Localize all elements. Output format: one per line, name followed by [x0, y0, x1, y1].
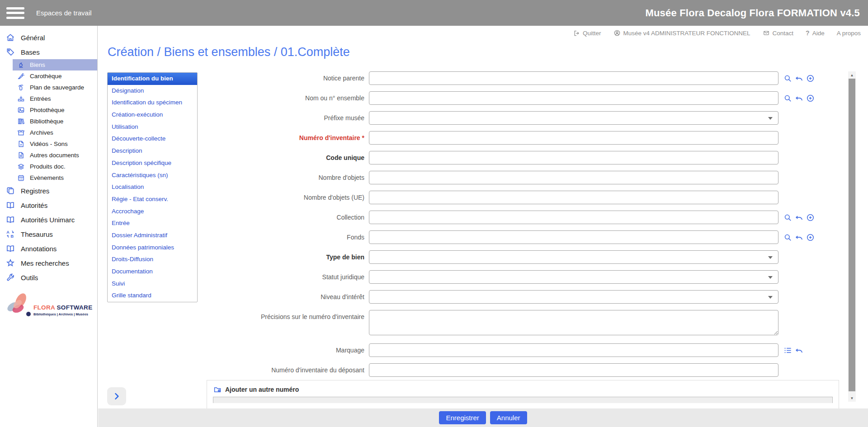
- sidebar: Général Bases Biens Carothèque Plan de s…: [0, 26, 98, 427]
- image-icon: [17, 106, 25, 114]
- type-de-bien-select[interactable]: [369, 250, 778, 264]
- aide-link[interactable]: ? Aide: [806, 29, 825, 37]
- collection-input[interactable]: [369, 211, 778, 224]
- logout-icon: [573, 30, 580, 37]
- type-de-bien-input[interactable]: [369, 250, 778, 264]
- sidebar-item-autres-documents[interactable]: Autres documents: [13, 150, 97, 161]
- sidebar-item-evenements[interactable]: Evènements: [13, 172, 97, 183]
- sidebar-item-entrees[interactable]: Entrées: [13, 93, 97, 104]
- scroll-down-arrow[interactable]: ▼: [848, 394, 856, 402]
- search-icon[interactable]: [783, 74, 792, 83]
- numero-deposant-input[interactable]: [369, 363, 778, 377]
- chevron-down-icon: [768, 276, 773, 279]
- statut-juridique-select[interactable]: [369, 270, 778, 284]
- field-label: Précisions sur le numéro d'inventaire: [98, 310, 369, 324]
- notice-parente-input[interactable]: [369, 71, 778, 85]
- precisions-numero-textarea[interactable]: [369, 310, 778, 335]
- carrot-icon: [17, 72, 25, 80]
- fonds-input[interactable]: [369, 230, 778, 244]
- sidebar-item-autorites-unimarc[interactable]: Autorités Unimarc: [0, 212, 97, 227]
- undo-icon[interactable]: [795, 233, 803, 242]
- nom-ensemble-input[interactable]: [369, 91, 778, 105]
- scrollbar-thumb[interactable]: [849, 79, 855, 391]
- sidebar-item-phototheque[interactable]: Photothèque: [13, 104, 97, 116]
- sidebar-item-label: Archives: [30, 129, 53, 136]
- prefixe-musee-input[interactable]: [369, 111, 778, 125]
- marquage-input[interactable]: [369, 343, 778, 357]
- open-book-icon: [6, 215, 15, 224]
- sidebar-item-produits-doc[interactable]: Produits doc.: [13, 161, 97, 172]
- statut-juridique-input[interactable]: [369, 270, 778, 284]
- add-circle-icon[interactable]: [806, 74, 815, 83]
- sidebar-item-general[interactable]: Général: [0, 30, 97, 45]
- autre-numero-header[interactable]: Ajouter un autre numéro: [207, 380, 839, 394]
- copies-icon: [6, 186, 15, 195]
- numero-inventaire-input[interactable]: [369, 131, 778, 145]
- user-account-link[interactable]: Musée v4 ADMINISTRATEUR FONCTIONNEL: [613, 29, 750, 37]
- list-icon[interactable]: [783, 346, 792, 355]
- sidebar-item-archives[interactable]: Archives: [13, 127, 97, 138]
- vertical-scrollbar[interactable]: ▲ ▼: [848, 71, 856, 402]
- chevron-right-icon: [112, 392, 121, 401]
- contact-link[interactable]: Contact: [763, 30, 794, 37]
- scroll-up-arrow[interactable]: ▲: [848, 71, 856, 79]
- prefixe-musee-select[interactable]: [369, 111, 778, 125]
- apropos-link[interactable]: A propos: [837, 30, 861, 37]
- field-label: Nombre d'objets (UE): [98, 191, 369, 204]
- form-row: Niveau d'intérêt: [98, 290, 844, 304]
- quitter-link[interactable]: Quitter: [573, 30, 601, 37]
- sidebar-item-label: Bibliothèque: [30, 118, 63, 125]
- sort-alpha-icon: AB: [6, 230, 15, 239]
- sidebar-item-label: Autorités Unimarc: [21, 216, 75, 224]
- sidebar-item-outils[interactable]: Outils: [0, 270, 97, 285]
- sidebar-item-carotheque[interactable]: Carothèque: [13, 70, 97, 82]
- sidebar-item-label: Autorités: [21, 202, 47, 209]
- undo-icon[interactable]: [795, 94, 803, 103]
- code-unique-input[interactable]: [369, 151, 778, 164]
- workspace-label[interactable]: Espaces de travail: [36, 9, 92, 17]
- field-label: Statut juridique: [98, 270, 369, 284]
- undo-icon[interactable]: [795, 346, 803, 355]
- hamburger-menu-icon[interactable]: [6, 7, 24, 19]
- search-icon[interactable]: [783, 233, 792, 242]
- calendar-icon: [17, 174, 25, 182]
- sidebar-item-bibliotheque[interactable]: Bibliothèque: [13, 116, 97, 127]
- sidebar-item-annotations[interactable]: Annotations: [0, 241, 97, 256]
- chevron-down-icon: [768, 296, 773, 299]
- form-row: Marquage: [98, 343, 844, 357]
- add-circle-icon[interactable]: [806, 213, 815, 222]
- logo-tagline: Bibliothèques | Archives | Musées: [33, 312, 88, 316]
- question-mark-icon: ?: [806, 29, 810, 37]
- sidebar-item-thesaurus[interactable]: AB Thesaurus: [0, 227, 97, 241]
- search-icon[interactable]: [783, 94, 792, 103]
- form-row: Numéro d'inventaire *: [98, 131, 844, 145]
- sidebar-item-registres[interactable]: Registres: [0, 183, 97, 198]
- undo-icon[interactable]: [795, 213, 803, 222]
- sidebar-item-label: Carothèque: [30, 73, 62, 80]
- form-row: Statut juridique: [98, 270, 844, 284]
- collapse-tabs-button[interactable]: [107, 387, 126, 405]
- sidebar-item-label: Autres documents: [30, 152, 79, 159]
- save-button[interactable]: Enregistrer: [439, 411, 486, 424]
- nombre-objets-ue-input[interactable]: [369, 191, 778, 204]
- sidebar-item-autorites[interactable]: Autorités: [0, 198, 97, 212]
- sidebar-item-mes-recherches[interactable]: Mes recherches: [0, 256, 97, 270]
- session-links: Quitter Musée v4 ADMINISTRATEUR FONCTION…: [573, 29, 861, 37]
- form-row: Préfixe musée: [98, 111, 844, 125]
- sidebar-item-biens[interactable]: Biens: [13, 59, 97, 70]
- chevron-down-icon: [768, 117, 773, 120]
- sidebar-item-label: Registres: [21, 187, 49, 195]
- sidebar-item-bases[interactable]: Bases: [0, 45, 97, 59]
- sidebar-item-videos-sons[interactable]: Vidéos - Sons: [13, 138, 97, 150]
- niveau-interet-select[interactable]: [369, 290, 778, 304]
- cancel-button[interactable]: Annuler: [490, 411, 527, 424]
- nombre-objets-input[interactable]: [369, 171, 778, 184]
- search-icon[interactable]: [783, 213, 792, 222]
- svg-text:A: A: [6, 230, 9, 235]
- add-circle-icon[interactable]: [806, 233, 815, 242]
- add-circle-icon[interactable]: [806, 94, 815, 103]
- niveau-interet-input[interactable]: [369, 290, 778, 304]
- numero-table-stub: [213, 397, 833, 403]
- sidebar-item-plan-sauvegarde[interactable]: Plan de sauvegarde: [13, 82, 97, 93]
- undo-icon[interactable]: [795, 74, 803, 83]
